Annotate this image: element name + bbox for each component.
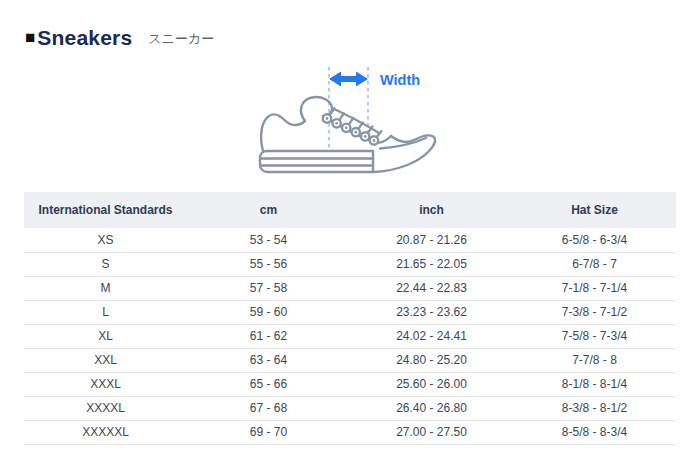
table-row: XXXXL67 - 6826.40 - 26.808-3/8 - 8-1/2 xyxy=(24,396,676,420)
table-cell: M xyxy=(24,276,187,300)
size-table-head: International StandardscminchHat Size xyxy=(24,192,676,228)
table-cell: 20.87 - 21.26 xyxy=(350,228,513,252)
square-bullet-icon: ■ xyxy=(25,29,35,46)
table-cell: 8-5/8 - 8-3/4 xyxy=(513,420,676,444)
column-header: inch xyxy=(350,192,513,228)
column-header: cm xyxy=(187,192,350,228)
table-cell: 67 - 68 xyxy=(187,396,350,420)
table-cell: L xyxy=(24,300,187,324)
table-cell: 7-1/8 - 7-1/4 xyxy=(513,276,676,300)
table-cell: 8-3/8 - 8-1/2 xyxy=(513,396,676,420)
table-row: XXL63 - 6424.80 - 25.207-7/8 - 8 xyxy=(24,348,676,372)
table-cell: 61 - 62 xyxy=(187,324,350,348)
table-cell: 69 - 70 xyxy=(187,420,350,444)
table-cell: 65 - 66 xyxy=(187,372,350,396)
table-cell: 25.60 - 26.00 xyxy=(350,372,513,396)
table-cell: XL xyxy=(24,324,187,348)
table-cell: 8-1/8 - 8-1/4 xyxy=(513,372,676,396)
table-cell: 21.65 - 22.05 xyxy=(350,252,513,276)
table-cell: 63 - 64 xyxy=(187,348,350,372)
table-cell: XXL xyxy=(24,348,187,372)
column-header: Hat Size xyxy=(513,192,676,228)
width-arrow-icon xyxy=(329,72,368,87)
table-cell: 26.40 - 26.80 xyxy=(350,396,513,420)
table-cell: 27.00 - 27.50 xyxy=(350,420,513,444)
table-header-row: International StandardscminchHat Size xyxy=(24,192,676,228)
table-cell: 6-7/8 - 7 xyxy=(513,252,676,276)
sneaker-illustration: Width xyxy=(230,53,470,190)
table-cell: 53 - 54 xyxy=(187,228,350,252)
table-cell: 59 - 60 xyxy=(187,300,350,324)
table-cell: 7-7/8 - 8 xyxy=(513,348,676,372)
table-row: XXXL65 - 6625.60 - 26.008-1/8 - 8-1/4 xyxy=(24,372,676,396)
table-cell: 7-3/8 - 7-1/2 xyxy=(513,300,676,324)
width-label: Width xyxy=(380,72,420,88)
table-cell: 24.80 - 25.20 xyxy=(350,348,513,372)
table-row: XS53 - 5420.87 - 21.266-5/8 - 6-3/4 xyxy=(24,228,676,252)
page-subtitle-japanese: スニーカー xyxy=(148,30,214,48)
table-row: M57 - 5822.44 - 22.837-1/8 - 7-1/4 xyxy=(24,276,676,300)
size-table-body: XS53 - 5420.87 - 21.266-5/8 - 6-3/4S55 -… xyxy=(24,228,676,444)
table-cell: S xyxy=(24,252,187,276)
table-row: L59 - 6023.23 - 23.627-3/8 - 7-1/2 xyxy=(24,300,676,324)
table-cell: XS xyxy=(24,228,187,252)
table-cell: 22.44 - 22.83 xyxy=(350,276,513,300)
table-cell: 6-5/8 - 6-3/4 xyxy=(513,228,676,252)
table-row: XXXXXL69 - 7027.00 - 27.508-5/8 - 8-3/4 xyxy=(24,420,676,444)
table-cell: 24.02 - 24.41 xyxy=(350,324,513,348)
table-row: XL61 - 6224.02 - 24.417-5/8 - 7-3/4 xyxy=(24,324,676,348)
table-row: S55 - 5621.65 - 22.056-7/8 - 7 xyxy=(24,252,676,276)
size-table: International StandardscminchHat Size XS… xyxy=(24,192,676,445)
table-cell: 7-5/8 - 7-3/4 xyxy=(513,324,676,348)
page-title: Sneakers xyxy=(37,26,132,50)
table-cell: XXXL xyxy=(24,372,187,396)
table-cell: XXXXL xyxy=(24,396,187,420)
table-cell: XXXXXL xyxy=(24,420,187,444)
column-header: International Standards xyxy=(24,192,187,228)
sneaker-outline xyxy=(260,97,435,172)
table-cell: 57 - 58 xyxy=(187,276,350,300)
table-cell: 23.23 - 23.62 xyxy=(350,300,513,324)
sneaker-width-diagram: Width xyxy=(230,53,470,190)
table-cell: 55 - 56 xyxy=(187,252,350,276)
page-header: ■ Sneakers スニーカー xyxy=(25,26,214,50)
